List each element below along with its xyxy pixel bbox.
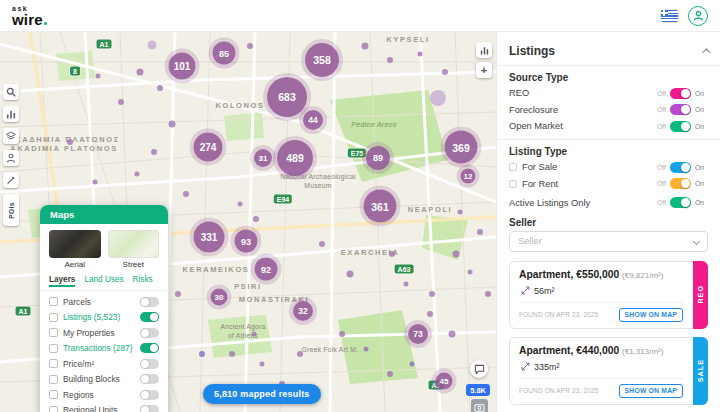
cluster-marker[interactable]: 369 [445, 131, 478, 164]
listing-card[interactable]: Apartment, €550,000 (€9,821/m²)56m²FOUND… [509, 261, 708, 329]
map-stats-button[interactable] [476, 42, 492, 58]
cluster-marker[interactable]: 89 [366, 146, 390, 170]
layer-toggle[interactable] [140, 343, 159, 353]
cluster-marker[interactable]: 489 [277, 140, 313, 176]
zoom-in-button[interactable]: + [476, 62, 492, 78]
listing-dot[interactable] [247, 43, 253, 49]
layer-row[interactable]: Transactions (287) [49, 341, 159, 357]
filter-checkbox[interactable] [509, 180, 517, 188]
language-flag-greek[interactable] [661, 10, 678, 22]
tab-land-uses[interactable]: Land Uses [84, 275, 123, 287]
contacts-button[interactable] [3, 150, 19, 166]
pois-tab[interactable]: POIs [3, 194, 19, 226]
map-canvas[interactable]: KYPSELIKOLONOSΑΚΑΔΗΜΙΑ ΠΛΑΤΩΝΟΣ AKADIMIA… [0, 32, 496, 412]
listing-card[interactable]: Apartment, €440,000 (€1,313/m²)335m²FOUN… [509, 337, 708, 405]
listing-dot[interactable] [430, 90, 446, 106]
cluster-marker[interactable]: 32 [293, 301, 313, 321]
layer-row[interactable]: Regions [49, 387, 159, 403]
camera-button[interactable] [471, 399, 488, 412]
tab-risks[interactable]: Risks [133, 275, 153, 287]
layer-checkbox[interactable] [49, 406, 58, 412]
layer-toggle[interactable] [140, 405, 159, 412]
listing-dot[interactable] [458, 210, 463, 215]
listing-dot[interactable] [183, 191, 189, 197]
cluster-marker[interactable]: 274 [194, 133, 223, 162]
cluster-marker[interactable]: 331 [194, 222, 225, 253]
layer-row[interactable]: My Properties [49, 325, 159, 341]
listing-dot[interactable] [199, 351, 205, 357]
listing-dot[interactable] [137, 69, 144, 76]
listing-dot[interactable] [175, 291, 181, 297]
layer-row[interactable]: Parcels [49, 294, 159, 310]
listing-dot[interactable] [339, 331, 345, 337]
listing-dot[interactable] [387, 57, 393, 63]
basemap-street[interactable]: Street [108, 230, 160, 269]
listing-dot[interactable] [364, 347, 369, 352]
layer-toggle[interactable] [140, 390, 159, 400]
listing-dot[interactable] [453, 251, 460, 258]
account-button[interactable] [688, 6, 708, 26]
layer-checkbox[interactable] [49, 313, 58, 322]
listing-dot[interactable] [347, 271, 354, 278]
layer-row[interactable]: Price/m² [49, 356, 159, 372]
cluster-marker[interactable]: 358 [305, 43, 339, 77]
listing-dot[interactable] [252, 332, 257, 337]
listing-dot[interactable] [442, 69, 448, 75]
listing-dot[interactable] [238, 202, 243, 207]
listing-dot[interactable] [169, 121, 176, 128]
listing-dot[interactable] [410, 362, 415, 367]
listing-dot[interactable] [297, 351, 303, 357]
listing-dot[interactable] [118, 99, 124, 105]
basemap-aerial[interactable]: Aerial [49, 230, 101, 269]
cluster-marker[interactable]: 101 [169, 53, 196, 80]
draw-button[interactable] [3, 172, 19, 188]
cluster-marker[interactable]: 45 [436, 373, 453, 390]
filter-toggle[interactable] [670, 197, 691, 208]
analytics-button[interactable] [3, 106, 19, 122]
chat-button[interactable] [470, 360, 488, 378]
cluster-marker[interactable]: 73 [408, 324, 428, 344]
cluster-marker[interactable]: 92 [255, 258, 278, 281]
listing-dot[interactable] [427, 311, 433, 317]
listing-dot[interactable] [151, 149, 157, 155]
layer-row[interactable]: Building Blocks [49, 372, 159, 388]
filter-checkbox[interactable] [509, 163, 517, 171]
listing-dot[interactable] [418, 52, 423, 57]
cluster-marker[interactable]: 683 [267, 77, 307, 117]
filter-toggle[interactable] [670, 104, 691, 115]
listing-dot[interactable] [260, 362, 265, 367]
layer-checkbox[interactable] [49, 359, 58, 368]
listing-dot[interactable] [389, 251, 395, 257]
listing-dot[interactable] [319, 241, 325, 247]
filter-toggle[interactable] [670, 162, 691, 173]
cluster-marker[interactable]: 12 [461, 169, 476, 184]
layer-checkbox[interactable] [49, 344, 58, 353]
listing-dot[interactable] [387, 371, 393, 377]
listing-dot[interactable] [67, 139, 73, 145]
show-on-map-button[interactable]: SHOW ON MAP [619, 384, 683, 398]
layers-button[interactable] [3, 128, 19, 144]
listing-dot[interactable] [229, 351, 235, 357]
cluster-marker[interactable]: 30 [211, 289, 228, 306]
layer-toggle[interactable] [140, 312, 159, 322]
search-button[interactable] [3, 84, 19, 100]
layer-row[interactable]: Listings (5,523) [49, 310, 159, 326]
listing-dot[interactable] [157, 85, 163, 91]
listing-dot[interactable] [485, 291, 491, 297]
seller-select[interactable]: Seller [509, 231, 708, 252]
listing-dot[interactable] [253, 216, 259, 222]
cluster-marker[interactable]: 31 [254, 149, 272, 167]
show-on-map-button[interactable]: SHOW ON MAP [619, 308, 683, 322]
layer-checkbox[interactable] [49, 328, 58, 337]
cluster-marker[interactable]: 93 [235, 230, 258, 253]
layer-row[interactable]: Regional Units [49, 403, 159, 412]
filter-toggle[interactable] [670, 88, 691, 99]
layer-toggle[interactable] [140, 297, 159, 307]
tab-layers[interactable]: Layers [49, 275, 75, 287]
layer-toggle[interactable] [140, 374, 159, 384]
cluster-marker[interactable]: 44 [303, 110, 323, 130]
listing-dot[interactable] [404, 282, 409, 287]
listing-dot[interactable] [449, 331, 456, 338]
layer-checkbox[interactable] [49, 297, 58, 306]
filter-toggle[interactable] [670, 121, 691, 132]
